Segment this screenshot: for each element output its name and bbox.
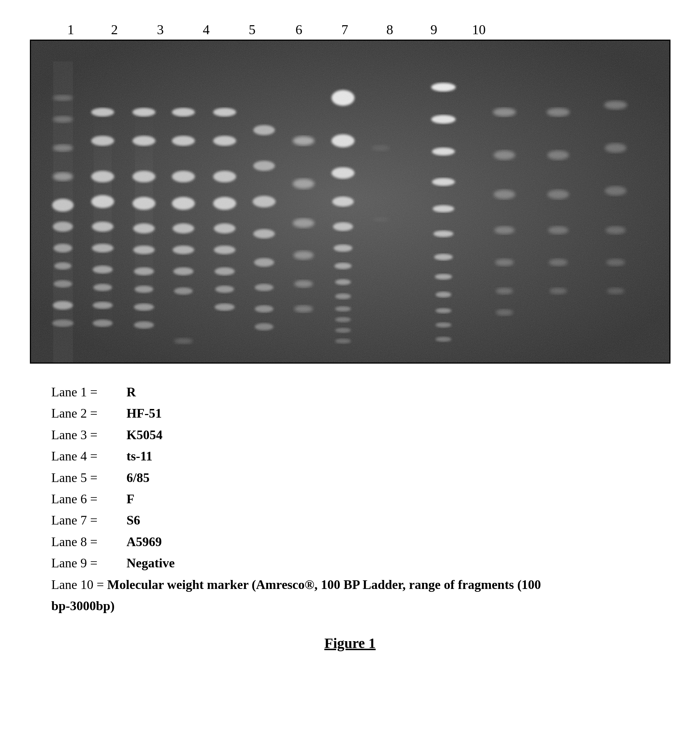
lane-num-8: 8	[367, 21, 413, 38]
legend-item-5: Lane 5 = 6/85	[51, 467, 670, 488]
svg-point-41	[172, 245, 194, 254]
svg-point-84	[431, 115, 456, 124]
svg-point-13	[53, 116, 73, 123]
svg-point-110	[605, 186, 626, 195]
svg-point-94	[435, 337, 451, 342]
svg-point-76	[335, 293, 351, 299]
svg-point-89	[434, 254, 453, 260]
svg-point-81	[371, 145, 389, 151]
lane-num-6: 6	[276, 21, 322, 38]
svg-point-83	[431, 83, 456, 91]
svg-point-71	[332, 197, 354, 207]
svg-point-97	[493, 190, 515, 199]
svg-point-111	[605, 227, 626, 234]
legend-item-3: Lane 3 = K5054	[51, 425, 670, 446]
svg-point-49	[214, 224, 235, 234]
svg-point-10	[53, 301, 73, 310]
svg-point-100	[496, 287, 513, 294]
legend-value-5: 6/85	[127, 470, 150, 485]
gel-image	[30, 39, 670, 364]
lane-num-7: 7	[322, 21, 367, 38]
legend-label-6: Lane 6 =	[51, 488, 124, 510]
page-container: 1 2 3 4 5 6 7 8 9 10	[30, 21, 670, 652]
svg-point-42	[173, 268, 193, 275]
legend-item-1: Lane 1 = R	[51, 382, 670, 403]
svg-point-44	[174, 338, 192, 344]
legend-label-4: Lane 4 =	[51, 446, 124, 467]
svg-point-14	[53, 144, 73, 151]
svg-point-8	[54, 262, 71, 270]
svg-point-101	[496, 309, 513, 316]
svg-point-56	[252, 196, 275, 207]
svg-point-69	[331, 134, 354, 147]
svg-point-78	[335, 317, 351, 322]
svg-point-90	[435, 274, 452, 280]
svg-point-63	[293, 178, 314, 189]
svg-point-39	[172, 197, 195, 210]
svg-point-112	[606, 259, 625, 266]
svg-point-64	[293, 219, 314, 228]
svg-point-43	[174, 287, 192, 295]
svg-rect-114	[94, 105, 112, 348]
svg-point-105	[548, 227, 568, 234]
svg-point-46	[213, 136, 236, 146]
legend-item-2: Lane 2 = HF-51	[51, 403, 670, 424]
svg-point-106	[549, 259, 568, 266]
legend-item-9: Lane 9 = Negative	[51, 553, 670, 574]
svg-point-65	[293, 251, 313, 260]
svg-point-82	[372, 218, 389, 222]
svg-point-109	[605, 143, 626, 153]
lane-num-2: 2	[92, 21, 137, 38]
legend-value-7: S6	[127, 513, 141, 528]
svg-point-6	[53, 222, 73, 232]
legend-value-8: A5969	[127, 535, 162, 549]
lane-numbers-row: 1 2 3 4 5 6 7 8 9 10	[30, 21, 670, 38]
legend-label-9: Lane 9 =	[51, 553, 124, 574]
svg-point-70	[331, 168, 354, 179]
svg-point-86	[432, 178, 455, 186]
svg-point-57	[253, 229, 275, 238]
svg-point-61	[254, 323, 273, 331]
legend-label-8: Lane 8 =	[51, 531, 124, 553]
svg-point-58	[254, 258, 274, 267]
svg-point-93	[435, 322, 451, 328]
svg-point-45	[213, 108, 236, 116]
legend-value-1: R	[127, 385, 136, 399]
svg-point-91	[435, 292, 451, 297]
legend-item-4: Lane 4 = ts-11	[51, 446, 670, 467]
svg-point-67	[294, 305, 313, 313]
legend-item-6: Lane 6 = F	[51, 488, 670, 510]
svg-point-73	[334, 245, 352, 252]
legend-label-1: Lane 1 =	[51, 382, 124, 403]
svg-point-7	[53, 244, 72, 253]
svg-point-60	[254, 305, 273, 313]
svg-point-102	[547, 108, 570, 116]
legend-value-9: Negative	[127, 556, 175, 570]
lane-num-10: 10	[456, 21, 502, 38]
svg-point-108	[604, 101, 627, 109]
svg-point-15	[53, 172, 73, 181]
svg-point-79	[335, 328, 351, 333]
svg-point-5	[52, 199, 73, 212]
svg-point-11	[52, 320, 73, 327]
svg-point-88	[433, 230, 454, 237]
legend-label-3: Lane 3 =	[51, 425, 124, 446]
legend-label-5: Lane 5 =	[51, 467, 124, 488]
legend-value-2: HF-51	[127, 406, 162, 420]
lane-num-9: 9	[413, 21, 456, 38]
svg-point-12	[53, 95, 73, 101]
svg-point-98	[494, 227, 514, 234]
svg-point-85	[432, 148, 455, 156]
svg-point-96	[493, 150, 515, 160]
svg-point-47	[213, 171, 236, 183]
legend-label-7: Lane 7 =	[51, 510, 124, 531]
svg-point-95	[493, 108, 516, 116]
svg-point-113	[607, 287, 624, 294]
svg-point-51	[215, 268, 235, 275]
legend: Lane 1 = R Lane 2 = HF-51 Lane 3 = K5054…	[30, 382, 670, 617]
svg-point-99	[495, 259, 514, 266]
legend-item-7: Lane 7 = S6	[51, 510, 670, 531]
svg-point-59	[254, 284, 273, 291]
svg-point-40	[172, 224, 194, 234]
svg-point-38	[172, 171, 195, 183]
